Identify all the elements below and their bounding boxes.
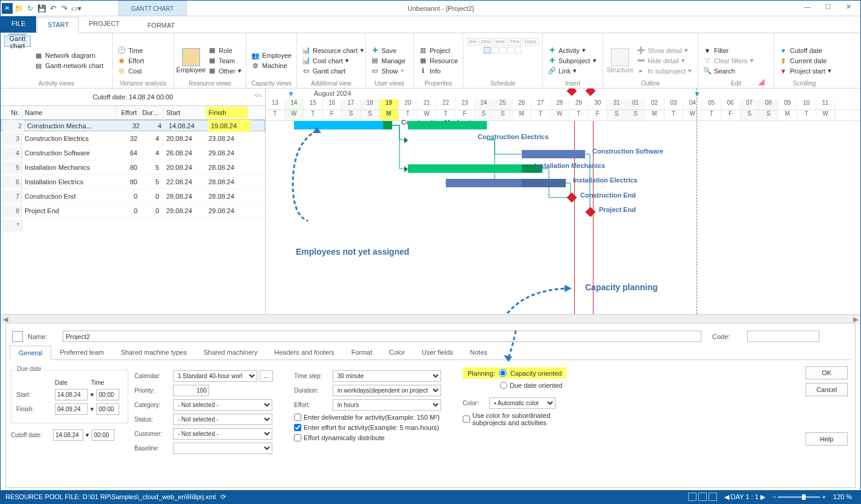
col-start[interactable]: Start	[164, 107, 206, 119]
code-input[interactable]	[747, 331, 819, 342]
bar-ce[interactable]	[408, 121, 487, 129]
tab-format[interactable]: Format	[343, 346, 381, 359]
view-icon-1[interactable]	[688, 493, 697, 501]
customer-select[interactable]: - Not selected -	[173, 428, 272, 440]
open-icon[interactable]: 📁	[13, 3, 24, 14]
tab-notes[interactable]: Notes	[462, 346, 496, 359]
search-button[interactable]: 🔍Search	[702, 66, 755, 76]
view-icon-2[interactable]	[698, 493, 707, 501]
cutoff-date-input[interactable]	[53, 429, 83, 441]
close-button[interactable]: ✕	[840, 3, 857, 14]
manage-view[interactable]: ▤Manage	[369, 56, 407, 66]
role-button[interactable]: ▦Role	[207, 46, 243, 55]
table-row[interactable]: 5Installation Mechanics80520.08.2428.08.…	[1, 160, 265, 175]
deliverable-check[interactable]	[294, 414, 301, 421]
prop-info[interactable]: ℹInfo	[418, 66, 459, 76]
milestone-cend[interactable]	[567, 193, 577, 203]
structure-button[interactable]: Structure	[607, 36, 633, 86]
tab-general[interactable]: General	[10, 346, 51, 360]
insert-subproject[interactable]: ✚Subproject ▾	[546, 56, 598, 66]
filter-button[interactable]: ▼Filter	[702, 46, 755, 55]
col-name[interactable]: Name	[22, 107, 116, 119]
zoom-value[interactable]: 120 %	[830, 493, 856, 500]
bar-cs[interactable]	[522, 150, 585, 158]
start-time[interactable]	[96, 389, 119, 400]
col-dur[interactable]: Dura...	[140, 107, 164, 119]
ok-button[interactable]: OK	[806, 366, 848, 379]
name-input[interactable]	[63, 331, 701, 342]
undo-icon[interactable]: ↶	[48, 3, 58, 14]
gantt-chart-menu[interactable]: ▭Gantt chart	[301, 66, 365, 76]
tab-color[interactable]: Color	[381, 346, 413, 359]
resource-chart[interactable]: 📊Resource chart ▾	[301, 46, 365, 55]
cutoff-time-input[interactable]	[92, 429, 114, 441]
collapse-icon[interactable]: <<	[254, 92, 261, 99]
table-row[interactable]: 7Construction End0028.08.2428.08.24	[1, 189, 265, 204]
priority-input[interactable]	[173, 385, 209, 396]
cap-machine[interactable]: ⚙Machine	[250, 61, 293, 70]
table-row[interactable]: 8Project End0029.08.2429.08.24	[1, 204, 265, 218]
cancel-button[interactable]: Cancel	[806, 383, 848, 396]
variance-effort[interactable]: ◉Effort	[116, 56, 170, 66]
clear-filters[interactable]: ▽Clear filters ▾	[702, 56, 755, 66]
milestone-pend[interactable]	[586, 207, 596, 217]
col-effort[interactable]: Effort	[116, 107, 140, 119]
variance-cost[interactable]: ◎Cost	[116, 66, 170, 76]
start-date[interactable]	[55, 389, 88, 400]
timestep-select[interactable]: 30 minute	[333, 370, 441, 382]
project-start-btn[interactable]: ▼Project start ▾	[778, 66, 833, 76]
help-button[interactable]: Help	[806, 432, 848, 446]
zoom-slider[interactable]: −+	[769, 493, 830, 500]
usecolor-check[interactable]	[463, 415, 470, 423]
calendar-more[interactable]: ...	[260, 370, 273, 382]
menu-start[interactable]: START	[37, 17, 79, 33]
bar-construction-mechanics[interactable]	[294, 121, 392, 129]
sync-icon[interactable]: ⟳	[221, 493, 226, 501]
menu-format[interactable]: FORMAT	[138, 18, 185, 33]
save-view[interactable]: ✚Save	[369, 46, 407, 55]
category-select[interactable]: - Not selected -	[173, 399, 272, 411]
insert-link[interactable]: 🔗Link ▾	[546, 66, 598, 76]
panel-icon[interactable]	[12, 331, 23, 342]
col-finish[interactable]: Finish	[206, 107, 248, 119]
show-view[interactable]: ▭Show ▾	[369, 66, 407, 76]
employee-button[interactable]: Employee	[178, 36, 204, 86]
table-row[interactable]: *	[1, 218, 265, 232]
tab-shared-machine-types[interactable]: Shared machine types	[113, 346, 195, 359]
tab-headers-and-footers[interactable]: Headers and footers	[266, 346, 343, 359]
capacity-radio[interactable]	[499, 369, 507, 377]
effort-activity-check[interactable]	[294, 424, 301, 431]
redo-icon[interactable]: ↷	[59, 3, 70, 14]
current-date-btn[interactable]: ▮Current date	[778, 56, 833, 66]
gantt-network-button[interactable]: ▤Gantt-network chart	[33, 61, 105, 70]
cost-chart[interactable]: 📊Cost chart ▾	[301, 56, 365, 66]
baseline-select[interactable]	[173, 443, 272, 454]
menu-project[interactable]: PROJECT	[79, 16, 129, 33]
table-row[interactable]: 4Construction Software64426.08.2429.08.2…	[1, 146, 265, 160]
minimize-button[interactable]: —	[799, 3, 816, 14]
gantt-chart[interactable]: ▼ ▼ August 2024 131415161718192021222324…	[266, 89, 860, 317]
finish-date[interactable]	[55, 403, 88, 415]
tab-preferred-team[interactable]: Preferred team	[51, 346, 112, 359]
duedate-radio[interactable]	[500, 382, 507, 389]
gantt-chart-button[interactable]: Gantt chart	[4, 36, 31, 47]
table-row[interactable]: 2Construction Mecha...32414.08.2419.08.2…	[1, 120, 265, 131]
window-icon[interactable]: ▭▾	[70, 3, 81, 14]
refresh-icon[interactable]: ↻	[25, 3, 36, 14]
duration-select[interactable]: in workdays(dependent on project c	[333, 385, 441, 396]
finish-time[interactable]	[96, 403, 119, 415]
cutoff-date-btn[interactable]: ▼Cutoff date	[778, 46, 833, 55]
calendar-select[interactable]: 1 Standard 40-hour worl	[173, 370, 257, 382]
network-diagram-button[interactable]: ▦Network diagram	[33, 51, 105, 60]
variance-time[interactable]: 🕐Time	[116, 46, 170, 55]
insert-activity[interactable]: ✚Activity ▾	[546, 46, 598, 55]
table-row[interactable]: 6Installation Electrics80522.08.2428.08.…	[1, 175, 265, 189]
effort-select[interactable]: in hours	[333, 399, 441, 411]
schedule-scale[interactable]: 0%25%50%75%100%	[467, 36, 539, 56]
maximize-button[interactable]: ☐	[819, 3, 836, 14]
context-tab-gantt[interactable]: GANTT CHART	[118, 1, 187, 16]
color-select[interactable]: ▪ Automatic color	[489, 397, 556, 409]
status-select[interactable]: - Not selected -	[173, 414, 272, 425]
team-button[interactable]: ▦Team	[207, 56, 243, 66]
status-day[interactable]: ◀DAY 1 : 1▶	[721, 493, 769, 501]
